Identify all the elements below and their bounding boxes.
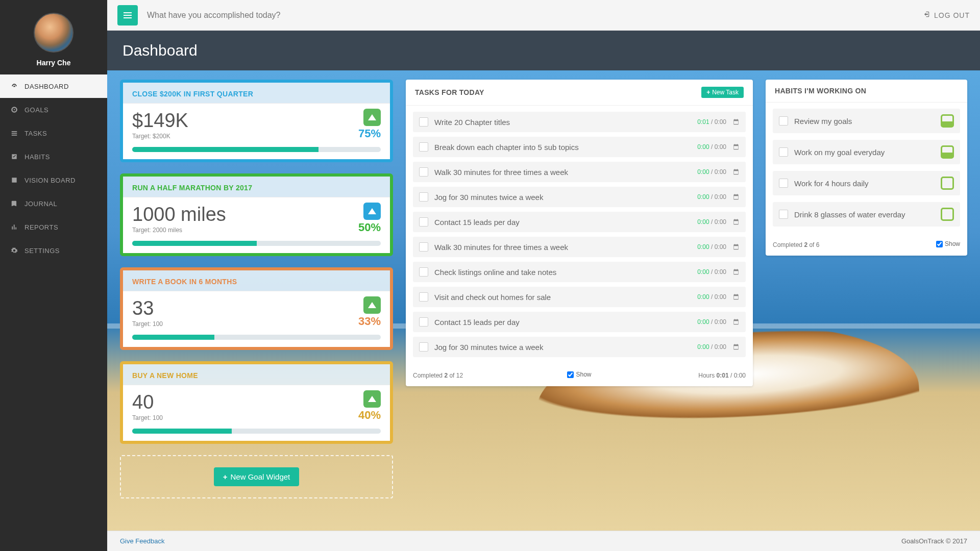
sidebar-item-tasks[interactable]: TASKS bbox=[0, 121, 107, 145]
sidebar-item-habits[interactable]: HABITS bbox=[0, 145, 107, 168]
copyright: GoalsOnTrack © 2017 bbox=[901, 537, 967, 545]
task-checkbox[interactable] bbox=[419, 117, 428, 127]
habit-toggle[interactable] bbox=[941, 208, 954, 221]
accomplish-input[interactable] bbox=[147, 11, 923, 20]
nav-label: DASHBOARD bbox=[24, 83, 69, 90]
up-arrow-icon bbox=[363, 203, 381, 220]
footer: Give Feedback GoalsOnTrack © 2017 bbox=[107, 531, 980, 551]
habit-toggle[interactable] bbox=[941, 177, 954, 190]
plus-icon bbox=[706, 89, 710, 96]
sidebar-item-dashboard[interactable]: DASHBOARD bbox=[0, 74, 107, 98]
calendar-icon[interactable] bbox=[732, 143, 740, 151]
task-title[interactable]: Contact 15 leads per day bbox=[434, 318, 691, 327]
habit-row: Work on my goal everyday bbox=[773, 140, 960, 164]
plus-icon bbox=[223, 472, 228, 481]
calendar-icon[interactable] bbox=[732, 193, 740, 201]
sidebar-item-goals[interactable]: GOALS bbox=[0, 98, 107, 121]
new-task-button[interactable]: New Task bbox=[701, 87, 744, 98]
goal-target: Target: 100 bbox=[132, 414, 381, 421]
gauge-icon bbox=[10, 82, 18, 90]
task-checkbox[interactable] bbox=[419, 292, 428, 302]
habit-toggle[interactable] bbox=[941, 145, 954, 159]
sidebar-item-vision-board[interactable]: VISION BOARD bbox=[0, 168, 107, 192]
task-row: Write 20 Chapter titles 0:01 / 0:00 bbox=[413, 112, 746, 132]
calendar-icon[interactable] bbox=[732, 243, 740, 251]
habits-show-toggle[interactable]: Show bbox=[936, 240, 960, 247]
task-title[interactable]: Walk 30 minutes for three times a week bbox=[434, 168, 691, 177]
tasks-show-toggle[interactable]: Show bbox=[567, 371, 591, 378]
task-title[interactable]: Write 20 Chapter titles bbox=[434, 118, 691, 127]
task-checkbox[interactable] bbox=[419, 192, 428, 202]
logout-button[interactable]: LOG OUT bbox=[923, 11, 970, 19]
sidebar-item-journal[interactable]: JOURNAL bbox=[0, 192, 107, 215]
habit-row: Work for 4 hours daily bbox=[773, 171, 960, 195]
up-arrow-icon bbox=[363, 109, 381, 126]
calendar-icon[interactable] bbox=[732, 293, 740, 300]
calendar-icon[interactable] bbox=[732, 168, 740, 176]
habits-panel: HABITS I'M WORKING ON Review my goals Wo… bbox=[766, 80, 967, 256]
task-title[interactable]: Check listings online and take notes bbox=[434, 268, 691, 277]
goal-widget[interactable]: BUY A NEW HOME 40 Target: 100 40% bbox=[120, 361, 393, 444]
profile: Harry Che bbox=[0, 0, 107, 74]
nav-label: JOURNAL bbox=[24, 200, 57, 208]
task-checkbox[interactable] bbox=[419, 142, 428, 152]
habit-title[interactable]: Review my goals bbox=[794, 117, 935, 126]
goal-percent: 40% bbox=[358, 409, 381, 422]
habit-checkbox[interactable] bbox=[779, 179, 788, 188]
task-title[interactable]: Break down each chapter into 5 sub topic… bbox=[434, 143, 691, 152]
new-goal-widget-button[interactable]: New Goal Widget bbox=[214, 467, 299, 486]
habit-title[interactable]: Drink 8 glasses of water everday bbox=[794, 210, 935, 219]
calendar-icon[interactable] bbox=[732, 218, 740, 226]
task-title[interactable]: Jog for 30 minutes twice a week bbox=[434, 343, 691, 352]
feedback-link[interactable]: Give Feedback bbox=[120, 537, 164, 545]
habit-title[interactable]: Work on my goal everyday bbox=[794, 148, 935, 157]
sidebar-item-settings[interactable]: SETTINGS bbox=[0, 239, 107, 262]
task-checkbox[interactable] bbox=[419, 342, 428, 352]
task-checkbox[interactable] bbox=[419, 317, 428, 327]
avatar[interactable] bbox=[34, 13, 74, 53]
task-time: 0:00 / 0:00 bbox=[697, 293, 726, 300]
calendar-icon[interactable] bbox=[732, 268, 740, 276]
goal-value: 33 bbox=[132, 297, 381, 319]
sidebar-item-reports[interactable]: REPORTS bbox=[0, 215, 107, 239]
habit-checkbox[interactable] bbox=[779, 116, 788, 126]
goal-target: Target: 100 bbox=[132, 320, 381, 328]
habit-checkbox[interactable] bbox=[779, 210, 788, 219]
task-row: Walk 30 minutes for three times a week 0… bbox=[413, 162, 746, 182]
task-row: Check listings online and take notes 0:0… bbox=[413, 262, 746, 282]
goal-widget[interactable]: RUN A HALF MARATHON BY 2017 1000 miles T… bbox=[120, 173, 393, 256]
goal-percent: 33% bbox=[358, 315, 381, 328]
new-goal-widget-area: New Goal Widget bbox=[120, 455, 393, 498]
calendar-icon[interactable] bbox=[732, 118, 740, 126]
goal-widget[interactable]: CLOSE $200K IN FIRST QUARTER $149K Targe… bbox=[120, 80, 393, 162]
habit-checkbox[interactable] bbox=[779, 147, 788, 157]
habit-toggle[interactable] bbox=[941, 114, 954, 128]
calendar-icon[interactable] bbox=[732, 343, 740, 350]
task-checkbox[interactable] bbox=[419, 217, 428, 227]
tasks-footer: Completed 2 of 12 Show Hours 0:01 / 0:00 bbox=[406, 366, 753, 386]
topbar: LOG OUT bbox=[107, 0, 980, 31]
goal-widget[interactable]: WRITE A BOOK IN 6 MONTHS 33 Target: 100 … bbox=[120, 267, 393, 350]
task-checkbox[interactable] bbox=[419, 267, 428, 277]
task-title[interactable]: Visit and check out homes for sale bbox=[434, 293, 691, 302]
nav-label: HABITS bbox=[24, 153, 50, 161]
content: CLOSE $200K IN FIRST QUARTER $149K Targe… bbox=[107, 70, 980, 531]
menu-toggle[interactable] bbox=[117, 5, 138, 26]
task-title[interactable]: Jog for 30 minutes twice a week bbox=[434, 193, 691, 202]
task-row: Jog for 30 minutes twice a week 0:00 / 0… bbox=[413, 337, 746, 357]
goal-progress bbox=[132, 335, 381, 340]
list-icon bbox=[10, 129, 18, 137]
nav-label: GOALS bbox=[24, 106, 48, 114]
habit-title[interactable]: Work for 4 hours daily bbox=[794, 179, 935, 188]
book-icon bbox=[10, 199, 18, 208]
calendar-icon[interactable] bbox=[732, 318, 740, 325]
task-title[interactable]: Contact 15 leads per day bbox=[434, 218, 691, 227]
check-icon bbox=[10, 153, 18, 161]
task-checkbox[interactable] bbox=[419, 167, 428, 177]
task-checkbox[interactable] bbox=[419, 242, 428, 252]
nav-label: TASKS bbox=[24, 130, 47, 137]
habits-title: HABITS I'M WORKING ON bbox=[775, 87, 866, 95]
logout-icon bbox=[923, 11, 930, 19]
task-title[interactable]: Walk 30 minutes for three times a week bbox=[434, 243, 691, 252]
image-icon bbox=[10, 176, 18, 184]
